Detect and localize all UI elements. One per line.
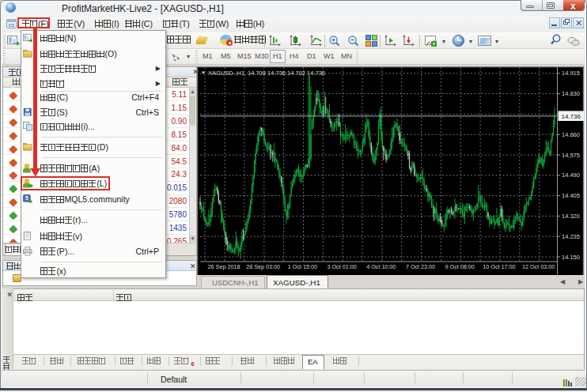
svg-text:1 Oct 15:00: 1 Oct 15:00 [288, 263, 317, 270]
svg-text:4 Oct 10:00: 4 Oct 10:00 [366, 263, 396, 270]
svg-text:10 Oct 17:00: 10 Oct 17:00 [483, 263, 515, 270]
svg-text:7 Oct 23:00: 7 Oct 23:00 [406, 263, 435, 270]
svg-text:14.320: 14.320 [562, 213, 580, 220]
svg-text:28 Sep 03:00: 28 Sep 03:00 [246, 263, 280, 270]
svg-text:▼: ▼ [201, 70, 206, 75]
svg-text:14.915: 14.915 [562, 70, 580, 77]
svg-text:14.150: 14.150 [562, 254, 580, 261]
svg-text:12 Oct 03:00: 12 Oct 03:00 [522, 263, 555, 270]
svg-text:9 Oct 08:00: 9 Oct 08:00 [445, 263, 475, 270]
svg-text:3 Oct 01:00: 3 Oct 01:00 [328, 263, 357, 270]
svg-text:14.490: 14.490 [562, 172, 580, 179]
svg-text:14.405: 14.405 [562, 192, 580, 199]
svg-text:26 Sep 2018: 26 Sep 2018 [208, 263, 240, 270]
svg-text:14.660: 14.660 [562, 131, 580, 138]
svg-text:XAGUSD-,H1, 14.708 14.736 14.7: XAGUSD-,H1, 14.708 14.736 14.702 14.736 [208, 70, 325, 77]
svg-text:14.736: 14.736 [562, 113, 581, 120]
svg-text:14.235: 14.235 [562, 233, 580, 240]
svg-text:14.830: 14.830 [562, 90, 580, 97]
svg-text:14.575: 14.575 [562, 152, 580, 159]
